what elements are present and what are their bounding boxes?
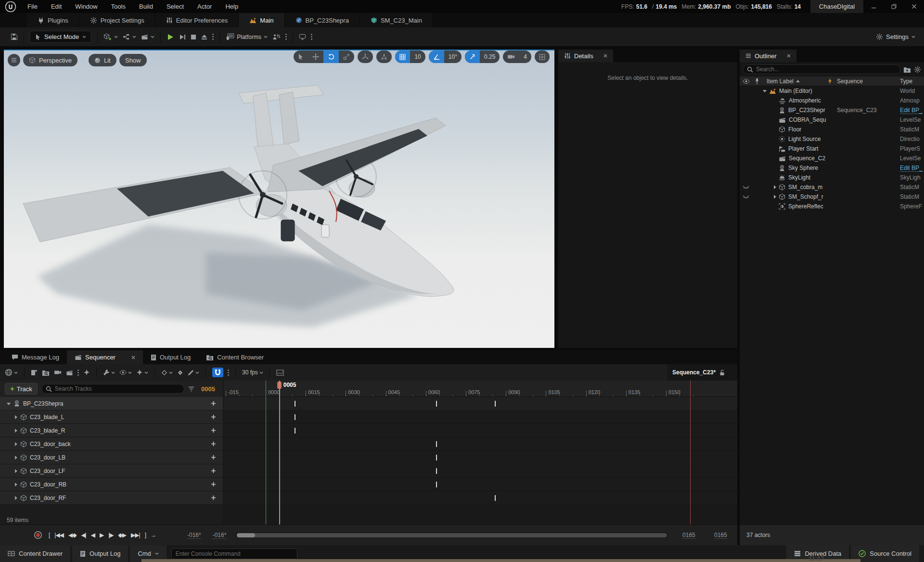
working-range-end-field[interactable]: 0165 [682,532,695,539]
close-icon[interactable] [603,54,607,58]
content-drawer-button[interactable]: Content Drawer [0,545,70,562]
expander-open-icon[interactable] [7,402,11,405]
expander-closed-icon[interactable] [14,415,17,419]
outliner-row[interactable]: BP_C23SheprSequence_C23Edit BP_ [740,105,924,115]
add-section-button[interactable] [211,414,216,420]
outliner-row[interactable]: Main (Editor)World [740,86,924,96]
add-section-button[interactable] [211,428,216,433]
keyframe[interactable] [495,401,496,407]
maximize-viewport-button[interactable] [535,51,550,63]
working-range-start-field[interactable]: -016* [213,532,227,539]
timeline-lanes[interactable]: -015000000150030004500600075009001050120… [224,381,737,524]
diamondkey-button[interactable] [177,370,183,376]
transport-button[interactable]: |◀◀ [52,532,66,538]
minimize-button[interactable] [863,0,884,13]
outliner-settings-gear-icon[interactable] [914,66,921,73]
camera-button[interactable] [54,370,62,375]
tab-outliner[interactable]: Outliner [740,50,796,62]
expander-closed-icon[interactable] [14,483,17,486]
lock-open-icon[interactable] [719,370,725,376]
transport-button[interactable]: ◀ [89,532,97,538]
timeline-lane-c23_door_back[interactable] [224,437,737,451]
perspective-button[interactable]: Perspective [23,54,77,66]
keyframe[interactable] [436,468,437,474]
track-row-c23_door_rf[interactable]: C23_door_RF [0,491,223,505]
dots-button[interactable] [285,34,287,40]
outliner-row[interactable]: Player StartPlayerS [740,144,924,153]
transport-button[interactable]: ▶ [97,532,106,538]
transport-button[interactable]: [ [46,532,52,538]
outliner-row[interactable]: SM_cobra_mStaticM [740,182,924,192]
expander-closed-icon[interactable] [14,496,17,500]
scale-snap-value[interactable]: 0.25 [480,51,500,63]
menu-window[interactable]: Window [68,0,104,13]
column-item-label[interactable]: Item Label [767,78,800,85]
keyframe[interactable] [295,414,295,420]
actorgraph-button[interactable] [83,369,90,376]
track-row-c23_blade_r[interactable]: C23_blade_R [0,424,223,437]
gizmo-space-button[interactable] [358,51,373,63]
menu-build[interactable]: Build [132,0,160,13]
keyframe[interactable] [436,401,437,407]
viewport-options-button[interactable] [8,54,20,66]
camera-speed-button[interactable] [503,51,519,63]
add-section-button[interactable] [211,455,216,460]
world-button[interactable] [5,369,18,376]
outliner-row[interactable]: Light SourceDirectio [740,134,924,144]
asset-tab-editor-preferences[interactable]: Editor Preferences [155,13,239,27]
keyframe[interactable] [295,428,295,434]
cubeplus-button[interactable] [103,33,118,40]
grid-snap-button[interactable] [395,51,410,63]
stop-button[interactable] [191,34,196,40]
outliner-row[interactable]: Sky SphereEdit BP_ [740,163,924,173]
console-command-field[interactable] [171,549,297,559]
track-row-c23_door_rb[interactable]: C23_door_RB [0,478,223,491]
eye-icon[interactable] [743,79,750,84]
filter-icon[interactable] [188,386,194,392]
track-row-bp_c23shepra[interactable]: BP_C23Shepra [0,397,223,410]
timeline-lane-c23_door_lf[interactable] [224,464,737,478]
track-search-input[interactable] [55,385,180,392]
expander-closed-icon[interactable] [14,456,17,460]
expander-open-icon[interactable] [763,89,767,92]
nodes-button[interactable] [123,34,136,40]
add-section-button[interactable] [211,495,216,500]
transport-button[interactable]: → [148,532,158,538]
save-button[interactable] [11,33,18,40]
clapper-button[interactable] [66,370,73,376]
output-log-button[interactable]: Output Log [72,545,128,562]
transport-button[interactable]: ◀◆ [66,532,78,538]
actorgraph-button[interactable] [136,369,148,376]
add-section-button[interactable] [211,401,216,406]
transport-button[interactable]: |▶ [106,532,116,538]
menu-actor[interactable]: Actor [191,0,218,13]
tab-details[interactable]: Details [558,50,613,62]
asset-tab-bp-c23shepra[interactable]: BP_C23Shepra [285,13,360,27]
expander-closed-icon[interactable] [14,469,17,473]
grid-snap-value[interactable]: 10 [410,51,425,63]
move-tool-button[interactable] [308,51,323,63]
outliner-row[interactable]: FloorStaticM [740,125,924,134]
add-section-button[interactable] [211,482,216,487]
fps-dropdown[interactable]: 30 fps [242,369,263,376]
magnet-button[interactable] [212,368,223,377]
timeline-lane-c23_blade_l[interactable] [224,410,737,424]
add-track-button[interactable]: + Track [5,383,38,395]
sequence-name[interactable]: Sequence_C23* [672,369,716,376]
timeline-ruler[interactable]: -015000000150030004500600075009001050120… [224,381,737,397]
record-icon[interactable] [34,531,42,539]
dots-button[interactable] [228,370,229,376]
transport-button[interactable]: ◀| [78,532,88,538]
outliner-search[interactable] [743,64,900,74]
timeline-lane-c23_blade_r[interactable] [224,424,737,437]
track-search[interactable] [41,384,184,394]
tab-sequencer[interactable]: Sequencer [67,350,143,364]
pen-button[interactable] [188,370,199,376]
keyframe[interactable] [295,401,295,407]
outliner-row[interactable]: Sequence_C2LevelSe [740,153,924,163]
outliner-row[interactable]: SkyLightSkyLigh [740,173,924,182]
restore-button[interactable] [884,0,904,13]
menu-file[interactable]: File [21,0,44,13]
expander-closed-icon[interactable] [14,429,17,433]
monitor-button[interactable] [299,34,306,40]
